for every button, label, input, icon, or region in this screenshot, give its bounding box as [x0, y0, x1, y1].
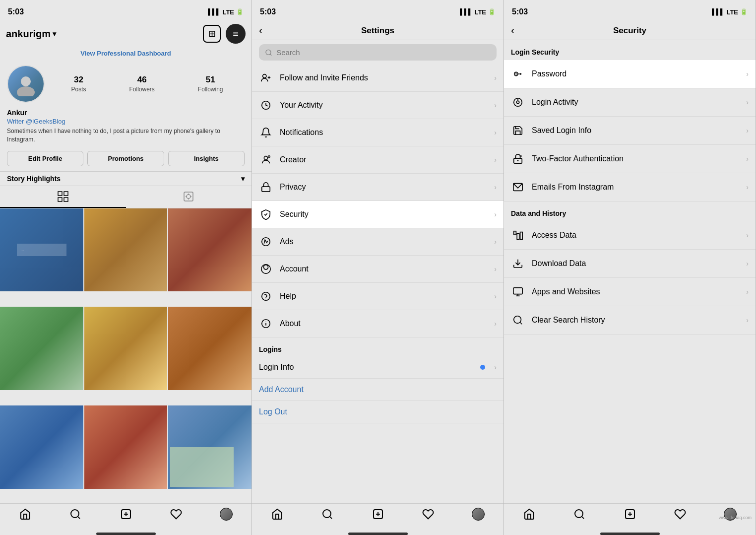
search-nav-button[interactable]: [50, 508, 100, 521]
story-highlights-label: Story Highlights: [7, 175, 61, 183]
profile-info-row: 32 Posts 46 Followers 51 Following: [0, 61, 252, 107]
notifications-label: Notifications: [280, 128, 487, 137]
posts-label: Posts: [71, 86, 86, 93]
promotions-button[interactable]: Promotions: [87, 151, 164, 166]
log-out-link[interactable]: Log Out: [252, 401, 504, 423]
likes-nav-button-3[interactable]: [655, 508, 705, 521]
security-item-2fa[interactable]: Two-Factor Authentication ›: [504, 145, 756, 173]
security-item-saved-login[interactable]: Saved Login Info ›: [504, 117, 756, 145]
settings-item-creator[interactable]: Creator ›: [252, 146, 504, 174]
create-nav-button-2[interactable]: [353, 508, 403, 521]
saved-login-label: Saved Login Info: [532, 126, 739, 135]
settings-item-account[interactable]: Account ›: [252, 256, 504, 283]
profile-nav-button[interactable]: [201, 508, 252, 521]
likes-nav-button[interactable]: [151, 508, 201, 521]
photo-cell-8[interactable]: [84, 405, 168, 489]
security-list: Login Security Password ›: [504, 40, 756, 503]
stats-row: 32 Posts 46 Followers 51 Following: [50, 75, 245, 93]
likes-nav-button-2[interactable]: [403, 508, 453, 521]
followers-stat[interactable]: 46 Followers: [129, 75, 154, 93]
photo-cell-6[interactable]: [168, 307, 252, 390]
battery-icon-3: 🔋: [740, 8, 748, 15]
add-account-link[interactable]: Add Account: [252, 379, 504, 401]
home-nav-button-3[interactable]: [504, 508, 554, 521]
battery-icon-2: 🔋: [488, 8, 496, 15]
posts-stat[interactable]: 32 Posts: [71, 75, 86, 93]
security-item-download-data[interactable]: Download Data ›: [504, 250, 756, 278]
settings-title: Settings: [361, 26, 394, 36]
security-item-login-activity[interactable]: Login Activity ›: [504, 88, 756, 117]
tagged-tab[interactable]: [126, 186, 252, 208]
time-3: 5:03: [512, 7, 528, 16]
time-1: 5:03: [8, 7, 24, 16]
security-item-access-data[interactable]: Access Data ›: [504, 221, 756, 250]
security-item-clear-search[interactable]: Clear Search History ›: [504, 306, 756, 334]
apps-websites-icon: [511, 285, 525, 299]
search-input[interactable]: [276, 48, 491, 57]
data-history-header: Data and History: [504, 201, 756, 221]
search-nav-button-2[interactable]: [302, 508, 352, 521]
settings-item-activity[interactable]: Your Activity ›: [252, 92, 504, 119]
photo-cell-7[interactable]: [0, 405, 83, 489]
svg-point-23: [263, 265, 268, 269]
settings-back-button[interactable]: ‹: [259, 24, 262, 37]
settings-item-ads[interactable]: Ads ›: [252, 228, 504, 256]
security-item-password[interactable]: Password ›: [504, 60, 756, 88]
menu-button[interactable]: ≡: [226, 24, 246, 44]
home-nav-button-2[interactable]: [252, 508, 302, 521]
settings-item-notifications[interactable]: Notifications ›: [252, 119, 504, 146]
svg-rect-47: [513, 288, 522, 294]
create-nav-button[interactable]: [101, 508, 151, 521]
photo-cell-5[interactable]: [84, 307, 168, 390]
blue-dot-indicator: [480, 365, 485, 370]
insights-button[interactable]: Insights: [168, 151, 245, 166]
photo-cell-1[interactable]: ...: [0, 208, 83, 292]
svg-point-7: [187, 195, 190, 199]
activity-icon: [259, 98, 273, 112]
svg-rect-6: [184, 192, 193, 201]
photo-cell-2[interactable]: [84, 208, 168, 292]
creator-label: Creator: [280, 155, 487, 164]
settings-item-security[interactable]: Security ›: [252, 201, 504, 228]
security-back-button[interactable]: ‹: [511, 24, 514, 37]
photo-cell-3[interactable]: [168, 208, 252, 292]
settings-item-help[interactable]: Help ›: [252, 283, 504, 310]
battery-icon: 🔋: [236, 8, 244, 15]
creator-chevron-icon: ›: [494, 156, 497, 164]
search-nav-button-3[interactable]: [554, 508, 604, 521]
login-activity-chevron-icon: ›: [746, 98, 749, 106]
dashboard-link[interactable]: View Professional Dashboard: [0, 48, 252, 61]
photo-cell-9[interactable]: [168, 405, 252, 489]
svg-point-38: [516, 101, 519, 104]
two-factor-icon: [511, 152, 525, 166]
settings-item-login-info[interactable]: Login Info ›: [252, 356, 504, 379]
home-nav-button[interactable]: [0, 508, 50, 521]
photo-cell-4[interactable]: [0, 307, 83, 390]
status-bar-2: 5:03 ▌▌▌ LTE 🔋: [252, 0, 504, 22]
username-text: ankurigm: [6, 28, 51, 40]
settings-item-follow[interactable]: Follow and Invite Friends ›: [252, 65, 504, 92]
create-nav-button-3[interactable]: [605, 508, 655, 521]
username-row[interactable]: ankurigm ▾: [6, 28, 56, 40]
privacy-icon: [259, 180, 273, 194]
security-item-emails[interactable]: Emails From Instagram ›: [504, 173, 756, 201]
apps-websites-label: Apps and Websites: [532, 287, 739, 296]
profile-nav-button-2[interactable]: [453, 508, 504, 521]
header-icons: ⊞ ≡: [203, 24, 246, 44]
dropdown-arrow-icon: ▾: [53, 30, 56, 38]
grid-tab[interactable]: [0, 186, 126, 208]
new-post-button[interactable]: ⊞: [203, 25, 221, 43]
following-stat[interactable]: 51 Following: [198, 75, 223, 93]
settings-item-privacy[interactable]: Privacy ›: [252, 174, 504, 201]
avatar: [7, 65, 45, 103]
follow-icon: [259, 71, 273, 85]
svg-rect-44: [517, 233, 519, 239]
search-bar[interactable]: [259, 44, 497, 61]
security-item-apps-websites[interactable]: Apps and Websites ›: [504, 278, 756, 306]
settings-item-about[interactable]: About ›: [252, 310, 504, 337]
settings-panel: 5:03 ▌▌▌ LTE 🔋 ‹ Settings Follow and Inv…: [252, 0, 504, 535]
edit-profile-button[interactable]: Edit Profile: [7, 151, 83, 166]
svg-point-24: [261, 265, 270, 273]
access-data-label: Access Data: [532, 231, 739, 240]
posts-count: 32: [74, 75, 83, 85]
